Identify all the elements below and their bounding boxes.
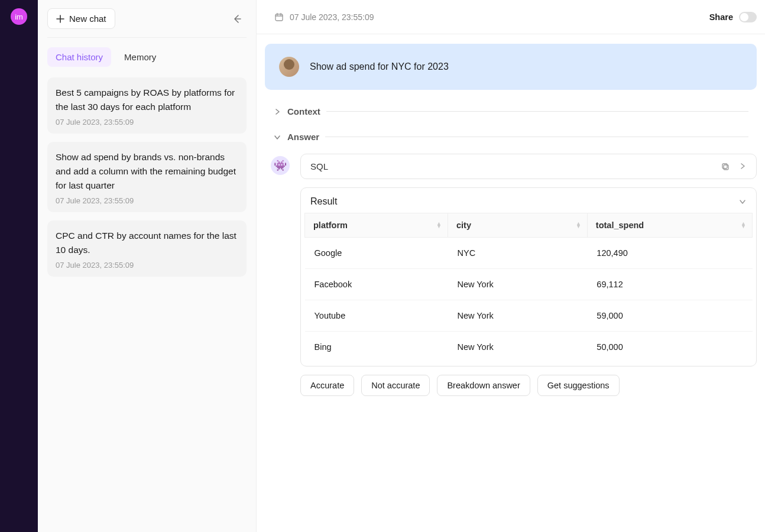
content: Show ad spend for NYC for 2023 Context A…	[257, 34, 765, 532]
history-item-date: 07 Jule 2023, 23:55:09	[56, 261, 238, 270]
context-section-header[interactable]: Context	[265, 103, 757, 120]
main: 07 Jule 2023, 23:55:09 Share Show ad spe…	[257, 0, 765, 532]
sql-actions	[721, 162, 747, 171]
sort-icon: ▲▼	[741, 222, 746, 228]
user-avatar	[279, 57, 299, 77]
user-message-text: Show ad spend for NYC for 2023	[310, 61, 449, 72]
result-label: Result	[310, 196, 337, 207]
svg-rect-2	[722, 164, 727, 168]
collapse-sidebar-button[interactable]	[228, 9, 247, 28]
sidebar: New chat Chat history Memory Best 5 camp…	[38, 0, 257, 532]
cell-city: New York	[448, 269, 587, 300]
history-item[interactable]: Show ad spend by brands vs. non-brands a…	[47, 142, 247, 212]
topbar: 07 Jule 2023, 23:55:09 Share	[257, 0, 765, 34]
tab-memory[interactable]: Memory	[116, 47, 164, 67]
answer-label: Answer	[287, 132, 319, 142]
answer-panels: SQL Result	[300, 154, 757, 396]
sql-label: SQL	[310, 161, 328, 171]
cell-city: New York	[448, 300, 587, 332]
divider	[325, 137, 748, 137]
plus-icon	[56, 15, 64, 23]
new-chat-label: New chat	[69, 14, 106, 24]
context-label: Context	[287, 106, 320, 116]
result-header[interactable]: Result	[301, 188, 756, 213]
app-logo[interactable]: im	[11, 8, 27, 25]
history-item-title: Best 5 campaigns by ROAS by platforms fo…	[56, 86, 238, 114]
result-table-wrap: platform ▲▼ city ▲▼ total_spend	[301, 213, 756, 366]
topbar-right: Share	[709, 12, 757, 22]
copy-icon[interactable]	[721, 162, 730, 171]
history-item-title: Show ad spend by brands vs. non-brands a…	[56, 150, 238, 193]
chevron-right-icon[interactable]	[738, 162, 747, 171]
history-item-date: 07 Jule 2023, 23:55:09	[56, 196, 238, 205]
nav-rail: im	[0, 0, 38, 532]
result-table: platform ▲▼ city ▲▼ total_spend	[304, 213, 753, 362]
feedback-row: Accurate Not accurate Breakdown answer G…	[300, 375, 757, 396]
cell-platform: Bing	[305, 332, 448, 363]
table-row: Youtube New York 59,000	[305, 300, 753, 332]
svg-rect-1	[724, 165, 728, 170]
history-item-date: 07 Jule 2023, 23:55:09	[56, 118, 238, 126]
accurate-button[interactable]: Accurate	[300, 375, 354, 396]
bot-avatar: 👾	[271, 156, 290, 175]
sql-panel[interactable]: SQL	[300, 154, 757, 179]
cell-total-spend: 69,112	[587, 269, 752, 300]
sidebar-top: New chat	[47, 8, 247, 38]
cell-total-spend: 120,490	[587, 238, 752, 269]
arrow-left-icon	[232, 14, 242, 24]
history-item-title: CPC and CTR by account names for the las…	[56, 229, 238, 257]
cell-city: NYC	[448, 238, 587, 269]
sidebar-tabs: Chat history Memory	[47, 47, 247, 67]
alien-icon: 👾	[274, 159, 287, 172]
column-header-platform[interactable]: platform ▲▼	[305, 213, 448, 238]
chevron-right-icon	[273, 108, 281, 116]
chevron-down-icon	[738, 197, 747, 206]
share-toggle[interactable]	[739, 12, 757, 22]
sort-icon: ▲▼	[576, 222, 581, 228]
history-item[interactable]: CPC and CTR by account names for the las…	[47, 220, 247, 277]
cell-total-spend: 59,000	[587, 300, 752, 332]
new-chat-button[interactable]: New chat	[47, 8, 115, 29]
get-suggestions-button[interactable]: Get suggestions	[537, 375, 620, 396]
answer-section-header[interactable]: Answer	[265, 128, 757, 145]
column-header-city[interactable]: city ▲▼	[448, 213, 587, 238]
conversation-timestamp: 07 Jule 2023, 23:55:09	[290, 12, 374, 22]
column-label: city	[456, 220, 471, 230]
column-label: total_spend	[596, 220, 644, 230]
breakdown-answer-button[interactable]: Breakdown answer	[437, 375, 530, 396]
result-panel: Result platform ▲▼	[300, 187, 757, 366]
sort-icon: ▲▼	[436, 222, 442, 228]
table-row: Bing New York 50,000	[305, 332, 753, 363]
table-row: Google NYC 120,490	[305, 238, 753, 269]
column-header-total-spend[interactable]: total_spend ▲▼	[587, 213, 752, 238]
cell-city: New York	[448, 332, 587, 363]
divider	[326, 111, 748, 112]
table-row: Facebook New York 69,112	[305, 269, 753, 300]
cell-platform: Youtube	[305, 300, 448, 332]
svg-rect-0	[275, 14, 283, 21]
tab-chat-history[interactable]: Chat history	[47, 47, 111, 67]
answer-body: 👾 SQL Result	[265, 145, 757, 396]
cell-total-spend: 50,000	[587, 332, 752, 363]
share-label: Share	[709, 12, 733, 22]
chat-history-list: Best 5 campaigns by ROAS by platforms fo…	[47, 77, 247, 285]
calendar-icon	[274, 12, 284, 22]
chevron-down-icon	[273, 133, 281, 141]
history-item[interactable]: Best 5 campaigns by ROAS by platforms fo…	[47, 77, 247, 134]
cell-platform: Google	[305, 238, 448, 269]
column-label: platform	[313, 220, 348, 230]
user-message: Show ad spend for NYC for 2023	[265, 44, 757, 90]
not-accurate-button[interactable]: Not accurate	[361, 375, 430, 396]
topbar-left: 07 Jule 2023, 23:55:09	[274, 12, 374, 22]
cell-platform: Facebook	[305, 269, 448, 300]
